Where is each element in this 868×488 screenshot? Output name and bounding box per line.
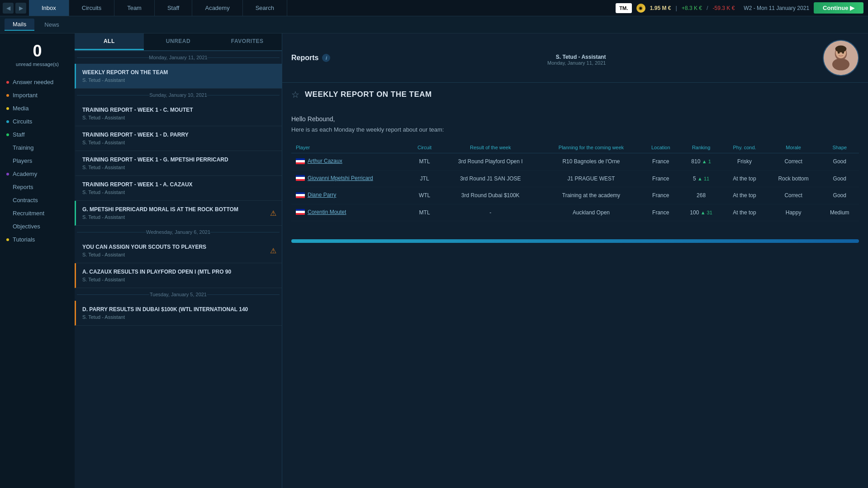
back-arrow[interactable]: ◀ bbox=[3, 3, 14, 14]
tab-mails[interactable]: Mails bbox=[5, 19, 34, 31]
coin-icon: ◉ bbox=[636, 4, 645, 13]
info-icon[interactable]: i bbox=[322, 54, 330, 62]
sidebar-item-reports[interactable]: Reports bbox=[0, 180, 75, 194]
alert-icon: ⚠ bbox=[270, 209, 276, 218]
weekly-title-text: WEEKLY REPORT ON THE TEAM bbox=[305, 90, 432, 99]
dot-icon bbox=[6, 225, 9, 228]
mail-item-sender: S. Tetud - Assistant bbox=[82, 252, 275, 257]
mail-tab-favorites[interactable]: FAVORITES bbox=[213, 33, 282, 50]
main-layout: 0 unread message(s) Answer needed Import… bbox=[0, 33, 868, 488]
morale-cell: Correct bbox=[767, 153, 821, 171]
tab-news[interactable]: News bbox=[36, 19, 67, 30]
mail-item-sender: S. Tetud - Assistant bbox=[82, 277, 275, 282]
loss: -59.3 K € bbox=[713, 5, 735, 11]
mail-item[interactable]: YOU CAN ASSIGN YOUR SCOUTS TO PLAYERS S.… bbox=[75, 238, 282, 263]
flag-icon bbox=[296, 192, 305, 198]
report-header: Reports i S. Tetud - Assistant Monday, J… bbox=[282, 33, 868, 83]
col-result: Result of the week bbox=[440, 142, 541, 153]
mail-item[interactable]: TRAINING REPORT - WEEK 1 - C. MOUTET S. … bbox=[75, 101, 282, 126]
dot-icon bbox=[6, 160, 9, 162]
player-link[interactable]: Diane Parry bbox=[308, 192, 336, 198]
sidebar-item-players[interactable]: Players bbox=[0, 154, 75, 167]
mail-item-title: YOU CAN ASSIGN YOUR SCOUTS TO PLAYERS bbox=[82, 244, 275, 250]
mail-item[interactable]: TRAINING REPORT - WEEK 1 - D. PARRY S. T… bbox=[75, 126, 282, 151]
dot-icon bbox=[6, 133, 9, 136]
nav-tab-team[interactable]: Team bbox=[114, 0, 155, 16]
sidebar-label: Staff bbox=[13, 131, 25, 138]
player-link[interactable]: Arthur Cazaux bbox=[308, 158, 342, 164]
ranking-cell: 5 ▲ 11 bbox=[680, 170, 723, 187]
mail-item-title: D. PARRY RESULTS IN DUBAI $100K (WTL INT… bbox=[82, 306, 275, 313]
player-link[interactable]: Giovanni Mpetshi Perricard bbox=[308, 175, 373, 181]
sender-date: Monday, January 11, 2021 bbox=[547, 60, 606, 66]
report-table: Player Circuit Result of the week Planni… bbox=[291, 142, 859, 221]
sidebar-item-training[interactable]: Training bbox=[0, 141, 75, 154]
nav-right: TM. ◉ 1.95 M € | +8.3 K € / -59.3 K € W2… bbox=[616, 2, 868, 14]
dot-icon bbox=[6, 199, 9, 202]
mail-item[interactable]: A. CAZAUX RESULTS IN PLAYFORD OPEN I (MT… bbox=[75, 263, 282, 288]
forward-arrow[interactable]: ▶ bbox=[15, 3, 26, 14]
top-nav: ◀ ▶ Inbox Circuits Team Staff Academy Se… bbox=[0, 0, 868, 16]
shape-cell: Medium bbox=[821, 204, 859, 221]
sidebar-label: Training bbox=[13, 144, 33, 151]
sidebar-item-circuits[interactable]: Circuits bbox=[0, 115, 75, 128]
report-panel: Reports i S. Tetud - Assistant Monday, J… bbox=[282, 33, 868, 488]
mail-item-sender: S. Tetud - Assistant bbox=[82, 77, 275, 83]
player-cell: Corentin Moutet bbox=[291, 204, 409, 221]
mail-item[interactable]: D. PARRY RESULTS IN DUBAI $100K (WTL INT… bbox=[75, 301, 282, 326]
nav-tab-circuits[interactable]: Circuits bbox=[69, 0, 114, 16]
sidebar-item-important[interactable]: Important bbox=[0, 89, 75, 102]
sidebar-label: Academy bbox=[13, 171, 37, 177]
unread-count: 0 unread message(s) bbox=[0, 38, 75, 71]
weekly-title: ☆ WEEKLY REPORT ON THE TEAM bbox=[282, 83, 868, 106]
nav-tab-inbox[interactable]: Inbox bbox=[29, 0, 69, 16]
phy-cond-cell: Frisky bbox=[722, 153, 766, 171]
mail-item[interactable]: WEEKLY REPORT ON THE TEAM S. Tetud - Ass… bbox=[75, 64, 282, 89]
sidebar-item-answer-needed[interactable]: Answer needed bbox=[0, 76, 75, 89]
nav-tab-search[interactable]: Search bbox=[243, 0, 287, 16]
svg-point-2 bbox=[832, 58, 849, 71]
shape-cell: Good bbox=[821, 187, 859, 204]
avatar bbox=[823, 40, 859, 76]
nav-tab-academy[interactable]: Academy bbox=[192, 0, 242, 16]
dot-icon bbox=[6, 212, 9, 215]
sidebar-item-media[interactable]: Media bbox=[0, 102, 75, 115]
alert-icon: ⚠ bbox=[270, 246, 276, 255]
mail-item[interactable]: G. MPETSHI PERRICARD MORAL IS AT THE ROC… bbox=[75, 201, 282, 226]
sidebar-item-tutorials[interactable]: Tutorials bbox=[0, 233, 75, 246]
circuit-cell: MTL bbox=[409, 204, 441, 221]
report-title: Reports bbox=[291, 54, 318, 62]
mail-item[interactable]: TRAINING REPORT - WEEK 1 - G. MPETSHI PE… bbox=[75, 151, 282, 176]
ranking-change: ▲ 11 bbox=[697, 176, 709, 181]
mail-tab-unread[interactable]: UNREAD bbox=[144, 33, 213, 50]
table-row: Corentin MoutetMTL-Auckland OpenFrance10… bbox=[291, 204, 859, 221]
unread-label: unread message(s) bbox=[16, 62, 59, 67]
table-row: Giovanni Mpetshi PerricardJTL3rd Round J… bbox=[291, 170, 859, 187]
nav-tab-staff[interactable]: Staff bbox=[155, 0, 193, 16]
continue-button[interactable]: Continue ▶ bbox=[814, 2, 863, 14]
player-cell: Diane Parry bbox=[291, 187, 409, 204]
col-planning: Planning for the coming week bbox=[541, 142, 642, 153]
sidebar-item-staff[interactable]: Staff bbox=[0, 128, 75, 141]
sidebar-item-contracts[interactable]: Contracts bbox=[0, 194, 75, 207]
sidebar-item-objectives[interactable]: Objectives bbox=[0, 220, 75, 233]
mail-item-sender: S. Tetud - Assistant bbox=[82, 140, 275, 145]
col-ranking: Ranking bbox=[680, 142, 723, 153]
date-separator: Tuesday, January 5, 2021 bbox=[75, 288, 282, 301]
mail-item-sender: S. Tetud - Assistant bbox=[82, 190, 275, 195]
flag-icon bbox=[296, 175, 305, 181]
sidebar-item-recruitment[interactable]: Recruitment bbox=[0, 207, 75, 220]
dot-icon bbox=[6, 238, 9, 241]
nav-arrows: ◀ ▶ bbox=[0, 3, 29, 14]
planning-cell: Auckland Open bbox=[541, 204, 642, 221]
col-phy: Phy. cond. bbox=[722, 142, 766, 153]
sidebar-item-academy[interactable]: Academy bbox=[0, 167, 75, 180]
planning-cell: Training at the academy bbox=[541, 187, 642, 204]
mail-item[interactable]: TRAINING REPORT - WEEK 1 - A. CAZAUX S. … bbox=[75, 176, 282, 201]
bottom-bar bbox=[291, 239, 859, 243]
sidebar-menu: Answer needed Important Media Circuits S… bbox=[0, 76, 75, 246]
phy-cond-cell: At the top bbox=[722, 204, 766, 221]
mail-item-title: G. MPETSHI PERRICARD MORAL IS AT THE ROC… bbox=[82, 206, 275, 213]
mail-tab-all[interactable]: ALL bbox=[75, 33, 144, 50]
player-link[interactable]: Corentin Moutet bbox=[308, 209, 346, 215]
